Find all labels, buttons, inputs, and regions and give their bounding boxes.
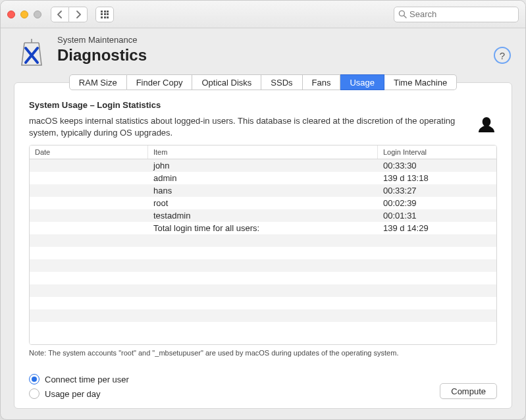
table-row[interactable]: admin139 d 13:18 [30, 172, 496, 184]
svg-line-1 [404, 15, 406, 18]
col-interval[interactable]: Login Interval [378, 145, 496, 159]
window-controls [7, 11, 41, 18]
cell-item: testadmin [148, 211, 378, 221]
grid-icon [101, 11, 109, 18]
col-date[interactable]: Date [30, 145, 148, 159]
search-icon [398, 10, 407, 18]
title-block: System Maintenance Diagnostics [57, 35, 147, 65]
titlebar [1, 1, 525, 28]
cell-item: Total login time for all users: [148, 223, 378, 233]
tab-bar: RAM SizeFinder CopyOptical DisksSSDsFans… [1, 74, 525, 90]
cell-interval: 139 d 13:18 [378, 173, 496, 183]
radio-dot-icon [29, 388, 39, 399]
table-row-empty [30, 309, 496, 322]
table-row[interactable]: Total login time for all users:139 d 14:… [30, 222, 496, 234]
header-title: Diagnostics [57, 46, 147, 65]
table-row-empty [30, 259, 496, 272]
window: System Maintenance Diagnostics ? RAM Siz… [0, 0, 526, 420]
tab-fans[interactable]: Fans [303, 74, 341, 90]
content-box: System Usage – Login Statistics macOS ke… [14, 82, 512, 409]
table-row-empty [30, 297, 496, 309]
table-row-empty [30, 272, 496, 284]
tab-ssds[interactable]: SSDs [261, 74, 302, 90]
compute-button[interactable]: Compute [440, 383, 497, 399]
tab-time-machine[interactable]: Time Machine [384, 74, 457, 90]
tab-finder-copy[interactable]: Finder Copy [127, 74, 193, 90]
search-input[interactable] [409, 9, 514, 19]
radio-group: Connect time per user Usage per day [29, 374, 129, 399]
section-description: macOS keeps internal statistics about lo… [29, 115, 467, 138]
table-row-empty [30, 234, 496, 247]
close-window[interactable] [7, 11, 15, 18]
table-row[interactable]: john00:33:30 [30, 159, 496, 172]
cell-interval: 00:33:30 [378, 161, 496, 171]
maximize-window[interactable] [34, 11, 41, 18]
cell-item: admin [148, 173, 378, 183]
radio-usage-per-day[interactable]: Usage per day [29, 388, 129, 399]
tab-ram-size[interactable]: RAM Size [69, 74, 127, 90]
table-row[interactable]: hans00:33:27 [30, 184, 496, 197]
radio-label: Usage per day [45, 389, 101, 399]
app-icon [15, 36, 48, 69]
table-row[interactable]: root00:02:39 [30, 197, 496, 209]
header: System Maintenance Diagnostics ? [1, 28, 525, 69]
back-button[interactable] [51, 7, 69, 22]
table-row[interactable]: testadmin00:01:31 [30, 209, 496, 222]
minimize-window[interactable] [20, 11, 28, 18]
table-header: Date Item Login Interval [30, 145, 496, 159]
tab-usage[interactable]: Usage [340, 74, 384, 90]
help-button[interactable]: ? [494, 47, 511, 64]
radio-connect-per-user[interactable]: Connect time per user [29, 374, 129, 384]
radio-label: Connect time per user [45, 375, 129, 384]
table-row-empty [30, 284, 496, 297]
nav-buttons [51, 7, 88, 22]
search-wrap [394, 7, 519, 22]
footnote: Note: The system accounts "root" and "_m… [29, 349, 497, 357]
cell-interval: 00:01:31 [378, 211, 496, 221]
cell-item: john [148, 161, 378, 171]
forward-button[interactable] [69, 7, 88, 22]
show-all-button[interactable] [95, 7, 114, 22]
cell-item: root [148, 198, 378, 208]
user-silhouette-icon [476, 115, 497, 138]
section-title: System Usage – Login Statistics [29, 100, 497, 110]
radio-dot-icon [29, 374, 39, 384]
chevron-left-icon [57, 11, 63, 18]
header-subtitle: System Maintenance [57, 35, 147, 45]
cell-interval: 139 d 14:29 [378, 223, 496, 233]
tab-optical-disks[interactable]: Optical Disks [192, 74, 261, 90]
cell-interval: 00:33:27 [378, 186, 496, 196]
bottom-controls: Connect time per user Usage per day Comp… [29, 374, 497, 399]
cell-interval: 00:02:39 [378, 198, 496, 208]
cell-item: hans [148, 186, 378, 196]
chevron-right-icon [76, 11, 81, 18]
search-box[interactable] [394, 7, 519, 22]
login-table: Date Item Login Interval john00:33:30adm… [29, 145, 497, 345]
table-body[interactable]: john00:33:30admin139 d 13:18hans00:33:27… [30, 159, 496, 344]
table-row-empty [30, 247, 496, 259]
col-item[interactable]: Item [148, 145, 378, 159]
